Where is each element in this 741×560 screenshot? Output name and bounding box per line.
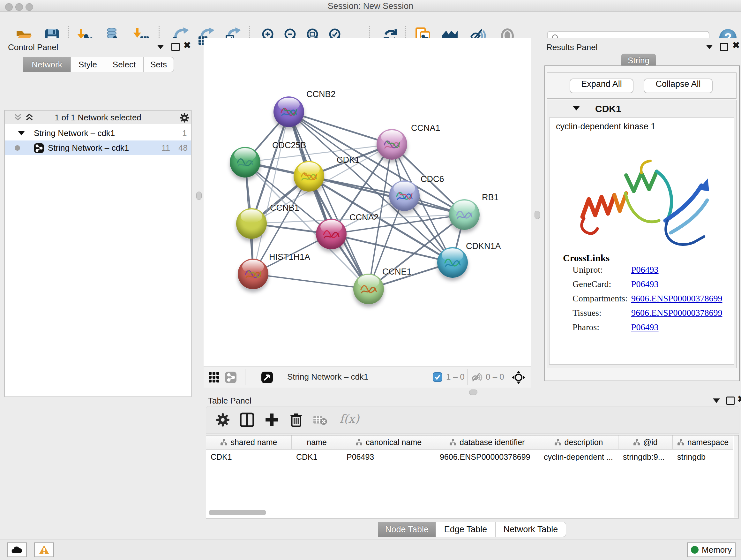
tab-string[interactable]: String [621,54,656,67]
right-splitter-handle[interactable] [535,211,540,219]
crosslink-label: Uniprot: [572,265,603,274]
horizontal-scrollbar-thumb[interactable] [209,510,266,515]
table-cell[interactable]: stringdb:9... [618,449,673,464]
node-label-ccna1: CCNA1 [411,123,441,133]
expand-all-button[interactable]: Expand All [569,78,633,93]
panel-float-icon[interactable] [720,43,728,51]
vertical-scrollbar-track[interactable] [734,435,738,517]
network-view-icon[interactable] [225,371,237,383]
network-edge[interactable] [289,112,392,144]
table-cell[interactable]: 9606.ENSP00000378699 [435,449,539,464]
string-results-container: Expand All Collapse All CDK1 cyclin-depe… [544,65,740,381]
grid-view-icon[interactable] [208,371,220,383]
entry-node-name: CDK1 [595,104,621,114]
table-row[interactable]: CDK1CDK1P064939606.ENSP00000378699cyclin… [206,449,733,464]
panel-float-icon[interactable] [172,43,180,51]
table-cell[interactable]: cyclin-dependent ... [539,449,618,464]
crosslink-link[interactable]: P06493 [631,322,659,332]
gear-icon[interactable] [179,112,190,123]
network-node-ccna1[interactable] [377,129,407,160]
sphere-highlight [241,209,262,223]
table-column-header[interactable]: @id [618,435,673,449]
selected-checkbox-icon[interactable] [433,372,442,382]
table-panel: Table Panel ✖ [204,396,741,540]
protein-ribbon-thumbnail [443,255,462,270]
node-entry-header[interactable]: CDK1 [547,100,736,117]
network-collection-row[interactable]: String Network – cdk1 1 [5,126,191,140]
table-tab[interactable]: Network Table [495,522,566,537]
crosslink-link[interactable]: P06493 [631,265,659,275]
network-node-ccne1[interactable] [353,273,384,304]
table-column-header[interactable]: shared name [206,435,292,449]
cloud-status-button[interactable] [7,543,27,557]
control-panel-tab[interactable]: Network [23,57,71,72]
crosslink-link[interactable]: 9606.ENSP00000378699 [631,308,722,318]
left-splitter-handle[interactable] [196,192,202,200]
table-tab[interactable]: Node Table [378,522,436,537]
network-node-cdc25b[interactable] [230,147,260,178]
birds-eye-icon[interactable] [512,370,526,384]
add-column-icon[interactable] [264,412,280,428]
table-header-row: shared name name [206,435,733,449]
table-cell[interactable]: P06493 [342,449,435,464]
tree-expand-icon[interactable] [18,131,25,135]
network-node-ccna2[interactable] [316,219,347,249]
network-icon [34,143,44,153]
panel-float-icon[interactable] [726,396,735,405]
network-node-cdc6[interactable] [389,180,420,211]
entry-collapse-icon[interactable] [573,106,580,111]
collapse-all-button[interactable]: Collapse All [644,78,713,93]
control-panel-tab[interactable]: Select [105,57,144,72]
network-edge[interactable] [253,112,289,274]
crosslink-link[interactable]: P06493 [631,279,659,289]
table-column-header[interactable]: canonical name [342,435,435,449]
open-in-window-icon[interactable] [261,371,273,383]
node-table: shared name name [206,435,739,518]
network-node-ccnb1[interactable] [236,208,267,239]
warnings-button[interactable] [34,543,54,557]
table-cell[interactable]: CDK1 [292,449,342,464]
node-label-ccne1: CCNE1 [382,267,412,277]
protein-structure-image [565,137,718,258]
delete-column-icon[interactable] [288,412,304,428]
network-edge[interactable] [253,274,368,289]
delete-table-icon[interactable] [313,412,328,428]
window-title: Session: New Session [0,1,741,11]
network-node-rb1[interactable] [449,199,480,230]
column-label: canonical name [366,438,421,447]
panel-menu-icon[interactable] [706,45,713,49]
node-label-hist1h1a: HIST1H1A [269,252,310,262]
table-tab[interactable]: Edge Table [436,522,495,537]
horizontal-splitter-handle[interactable] [469,389,477,395]
node-label-cdk1: CDK1 [337,155,360,165]
table-column-header[interactable]: database identifier [435,435,539,449]
panel-close-icon[interactable]: ✖ [737,396,741,402]
network-node-ccnb2[interactable] [273,97,304,127]
control-panel-tab[interactable]: Style [71,57,105,72]
control-panel-tab[interactable]: Sets [144,57,174,72]
memory-button[interactable]: Memory [687,543,736,557]
table-column-header[interactable]: namespace [673,435,733,449]
control-panel: Control Panel ✖ Network Style Select Set… [0,38,194,540]
panel-menu-icon[interactable] [713,398,720,403]
table-column-header[interactable]: description [539,435,618,449]
table-cell[interactable]: CDK1 [206,449,292,464]
network-row-selected[interactable]: String Network – cdk1 11 48 [5,140,191,155]
column-type-icon [554,439,561,446]
network-node-hist1h1a[interactable] [238,259,268,289]
panel-close-icon[interactable]: ✖ [183,42,191,49]
table-cell[interactable]: stringdb [673,449,733,464]
crosslink-row: Tissues: 9606.ENSP00000378699 [572,308,729,318]
memory-label: Memory [702,545,732,555]
network-node-cdk1[interactable] [293,161,324,192]
network-canvas[interactable]: CCNB2CCNA1CDC25BCDK1CDC6RB1CCNB1CCNA2CDK… [204,38,531,366]
network-node-cdkn1a[interactable] [437,247,468,278]
panel-menu-icon[interactable] [157,45,164,49]
function-builder-icon[interactable]: f(x) [340,412,359,425]
table-settings-gear-icon[interactable] [215,412,230,428]
show-columns-icon[interactable] [239,412,255,428]
crosslink-link[interactable]: 9606.ENSP00000378699 [631,294,722,304]
network-edge[interactable] [289,112,368,289]
panel-close-icon[interactable]: ✖ [732,42,740,49]
table-column-header[interactable]: name [292,435,342,449]
